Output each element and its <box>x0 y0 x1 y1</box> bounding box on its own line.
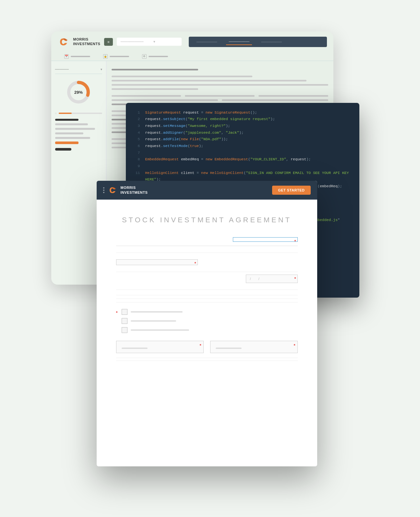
modal-logo: MORRIS INVESTMENTS <box>103 185 148 195</box>
code-line: 3 request.setMessage("Awesome, right?"); <box>134 123 352 129</box>
scroll-thumb <box>55 148 71 151</box>
nav-hamburger[interactable]: ≡ <box>104 38 113 46</box>
modal-logo-icon <box>108 185 117 195</box>
sub-item-settings[interactable]: ⚙ <box>142 54 168 59</box>
logo-icon <box>58 36 69 48</box>
code-line: 2 request.setSubject("My first embedded … <box>134 116 352 123</box>
agreement-title: STOCK INVESTMENT AGREEMENT <box>116 216 298 224</box>
tab-bar: ────────── ────────── ────────── <box>189 37 327 47</box>
tab-3[interactable]: ────────── <box>258 39 284 45</box>
date-field[interactable]: / / * <box>246 275 298 283</box>
code-line: 6 request.setTestMode(true); <box>134 143 352 150</box>
list-item <box>55 142 79 144</box>
code-line: 1 SignatureRequest request = new Signatu… <box>134 109 352 116</box>
list-item <box>55 132 83 134</box>
tab-1[interactable]: ────────── <box>194 39 220 45</box>
modal-body: STOCK INVESTMENT AGREEMENT * * <box>97 200 317 376</box>
sidebar-progress: ○ <box>55 112 102 115</box>
modal-brand: MORRIS INVESTMENTS <box>121 185 148 195</box>
checkbox-group: * <box>116 309 298 333</box>
modal-header: MORRIS INVESTMENTS GET STARTED <box>97 181 317 200</box>
code-line: 5 request.addFile(new File("NDA.pdf")); <box>134 136 352 143</box>
code-line: 4 request.addSigner("jappleseed.com", "J… <box>134 129 352 136</box>
sub-item-calendar[interactable]: 📅 <box>64 54 90 59</box>
sub-bar: 📅 🔒 ⚙ <box>51 52 333 61</box>
checkbox-row-1 <box>122 309 189 315</box>
checkbox-row-2 <box>122 318 189 324</box>
scene: MORRIS INVESTMENTS ≡ ────────── ▾ ──────… <box>51 31 369 486</box>
checkbox-2[interactable] <box>122 318 127 324</box>
donut-value: 29% <box>74 90 83 94</box>
code-line: 9 <box>134 163 352 170</box>
get-started-button[interactable]: GET STARTED <box>272 186 310 195</box>
sidebar-dropdown[interactable]: ────── ▾ <box>55 66 102 74</box>
sub-item-lock[interactable]: 🔒 <box>103 54 129 59</box>
signature-row: * * <box>116 341 298 353</box>
highlighted-field[interactable]: * <box>233 237 298 242</box>
list-item <box>55 128 95 130</box>
list-item <box>55 123 88 125</box>
form-field-2[interactable]: * <box>116 259 198 265</box>
checkbox-row-3 <box>122 327 189 333</box>
checkbox-3[interactable] <box>122 327 127 333</box>
form-row-2: * <box>116 259 298 265</box>
signature-field-2[interactable]: * <box>210 341 298 353</box>
sidebar-list <box>55 119 102 144</box>
lock-icon: 🔒 <box>103 54 108 59</box>
menu-dots[interactable] <box>103 187 104 193</box>
list-item <box>55 137 90 139</box>
document-modal: MORRIS INVESTMENTS GET STARTED STOCK INV… <box>97 181 317 466</box>
code-line: 8 EmbeddedRequest embedReq = new Embedde… <box>134 156 352 163</box>
donut-chart-container: 29% <box>55 77 102 109</box>
form-row-1: * <box>116 240 298 246</box>
code-line: 7 <box>134 150 352 156</box>
checkbox-1[interactable] <box>122 309 127 315</box>
form-row-3: / / * <box>116 272 298 283</box>
brand-text: MORRIS INVESTMENTS <box>73 37 101 46</box>
nav-dropdown[interactable]: ────────── ▾ <box>117 38 182 46</box>
settings-icon: ⚙ <box>142 54 147 59</box>
tab-2[interactable]: ────────── <box>226 39 252 45</box>
list-item <box>55 119 79 121</box>
calendar-icon: 📅 <box>64 54 69 59</box>
signature-field-1[interactable]: * <box>116 341 204 353</box>
tablet-top-bar: MORRIS INVESTMENTS ≡ ────────── ▾ ──────… <box>51 31 333 52</box>
